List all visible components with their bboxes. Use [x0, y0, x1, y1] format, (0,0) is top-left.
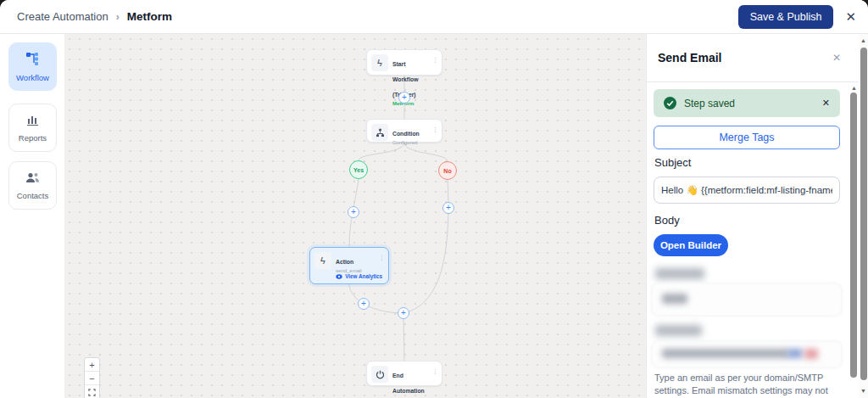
scroll-up-icon[interactable]: ▲	[860, 37, 867, 44]
blurred-field-label	[655, 268, 704, 279]
node-action-send-email[interactable]: ϟ Action send_email ⋮ View Analytics	[309, 247, 389, 284]
blurred-field-label	[655, 325, 702, 336]
kebab-menu-icon[interactable]: ⋮	[379, 255, 385, 261]
view-analytics-link[interactable]: View Analytics	[336, 273, 382, 279]
save-publish-button[interactable]: Save & Publish	[738, 5, 834, 29]
sidebar-item-label: Workflow	[16, 73, 49, 82]
scrollbar-thumb[interactable]	[860, 48, 867, 380]
scroll-up-icon[interactable]: ▲	[850, 85, 858, 92]
node-trigger-badge: MetForm	[392, 101, 430, 106]
kebab-menu-icon[interactable]: ⋮	[432, 126, 438, 133]
panel-close-icon[interactable]: ✕	[832, 52, 841, 64]
top-header: Create Automation › Metform Save & Publi…	[0, 0, 868, 34]
scrollbar-thumb[interactable]	[850, 92, 857, 378]
workflow-icon	[25, 51, 42, 70]
header-actions: Save & Publish ✕	[738, 5, 856, 29]
workflow-canvas[interactable]: ϟ Start Workflow (Trigger) MetForm ⋮ Con…	[64, 34, 646, 398]
eye-icon	[336, 274, 342, 279]
node-title: Condition	[392, 131, 420, 137]
open-builder-button[interactable]: Open Builder	[654, 234, 728, 256]
power-icon	[371, 366, 388, 383]
breadcrumb-current: Metform	[127, 10, 172, 23]
panel-title: Send Email	[658, 51, 721, 64]
sidebar-item-label: Reports	[19, 133, 47, 143]
alert-close-icon[interactable]: ✕	[822, 98, 830, 109]
scroll-down-icon[interactable]: ▼	[860, 388, 867, 395]
condition-sitemap-icon	[371, 124, 388, 141]
add-step-button[interactable]: +	[398, 307, 409, 319]
zoom-in-button[interactable]: +	[85, 358, 99, 372]
send-email-settings-panel: Send Email ✕ Step saved ✕ Merge Tags Sub…	[646, 34, 868, 398]
add-step-button[interactable]: +	[442, 202, 454, 214]
page-scrollbar[interactable]: ▲ ▼	[859, 34, 868, 398]
step-saved-alert: Step saved ✕	[654, 89, 840, 117]
node-title: Action	[336, 259, 353, 265]
check-circle-icon	[664, 97, 676, 109]
breadcrumb-separator: ›	[116, 11, 120, 23]
subject-label: Subject	[654, 156, 691, 169]
sidebar-item-reports[interactable]: Reports	[8, 104, 57, 152]
automation-app-window: Create Automation › Metform Save & Publi…	[0, 0, 868, 398]
node-subtitle: Configured	[392, 140, 430, 145]
node-start-workflow[interactable]: ϟ Start Workflow (Trigger) MetForm ⋮	[366, 49, 442, 76]
node-title: End Automation	[392, 373, 425, 394]
blurred-input-field[interactable]	[652, 341, 842, 367]
zoom-out-button[interactable]: −	[85, 372, 99, 385]
sidebar-item-label: Contacts	[17, 191, 49, 200]
breadcrumb-root-link[interactable]: Create Automation	[17, 10, 108, 23]
branch-no-badge: No	[438, 161, 457, 180]
action-spark-icon: ϟ	[314, 252, 331, 269]
subject-input[interactable]	[654, 177, 840, 204]
body-label: Body	[654, 214, 680, 227]
panel-scrollbar[interactable]: ▲ ▼	[850, 85, 858, 398]
fit-view-icon	[88, 389, 96, 396]
alert-text: Step saved	[684, 98, 735, 109]
contacts-icon	[25, 171, 41, 188]
panel-header: Send Email ✕	[647, 34, 868, 82]
fit-view-button[interactable]	[85, 385, 99, 398]
bar-chart-icon	[25, 113, 41, 130]
add-step-button[interactable]: +	[358, 298, 370, 310]
add-step-button[interactable]: +	[348, 206, 359, 218]
left-sidebar: Workflow Reports Contacts	[0, 34, 64, 398]
trigger-spark-icon: ϟ	[371, 54, 388, 71]
kebab-menu-icon[interactable]: ⋮	[432, 57, 438, 64]
smtp-helper-text: Type an email as per your domain/SMTP se…	[654, 372, 851, 398]
blurred-input-field[interactable]	[652, 283, 842, 316]
kebab-menu-icon[interactable]: ⋮	[432, 368, 438, 375]
merge-tags-button[interactable]: Merge Tags	[654, 126, 840, 149]
sidebar-item-workflow[interactable]: Workflow	[8, 42, 57, 91]
node-end-automation[interactable]: End Automation Stop ⋮	[366, 361, 442, 386]
branch-yes-badge: Yes	[349, 160, 368, 179]
close-icon[interactable]: ✕	[845, 10, 856, 23]
add-step-button[interactable]: +	[398, 92, 410, 104]
sidebar-item-contacts[interactable]: Contacts	[8, 161, 57, 210]
canvas-zoom-controls: + −	[84, 357, 100, 398]
node-condition[interactable]: Condition Configured ⋮	[366, 119, 442, 143]
